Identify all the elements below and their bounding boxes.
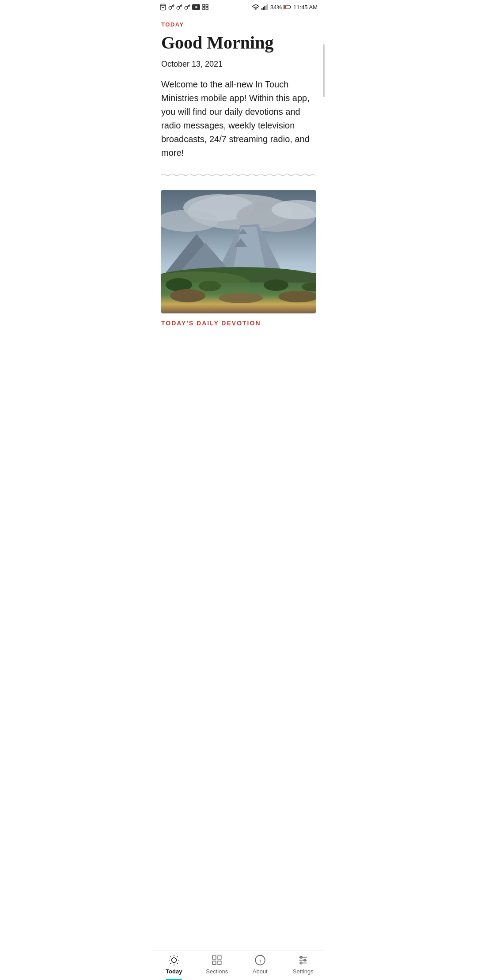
hero-image (161, 190, 316, 313)
svg-point-36 (219, 293, 263, 303)
svg-rect-5 (203, 8, 205, 10)
wavy-divider (161, 170, 316, 179)
key1-icon (168, 4, 174, 10)
svg-point-32 (199, 281, 221, 291)
welcome-text: Welcome to the all-new In Touch Ministri… (161, 78, 316, 160)
svg-rect-8 (261, 8, 262, 10)
svg-rect-9 (263, 7, 264, 10)
bag-icon (159, 4, 167, 11)
status-icons-left (159, 4, 209, 11)
svg-rect-6 (206, 8, 208, 10)
svg-point-7 (255, 10, 256, 10)
wifi-icon (252, 4, 260, 10)
main-content: TODAY Good Morning October 13, 2021 Welc… (152, 12, 325, 313)
svg-rect-10 (264, 6, 265, 10)
grid-icon (202, 4, 209, 11)
battery-percent: 34% (270, 4, 282, 11)
time-display: 11:45 AM (293, 4, 318, 11)
today-label: TODAY (161, 21, 316, 28)
signal-icon (261, 4, 269, 10)
greeting-title: Good Morning (161, 33, 316, 53)
svg-point-33 (264, 279, 288, 291)
youtube-icon (192, 4, 200, 10)
status-bar: 34% 11:45 AM (152, 0, 325, 12)
status-right: 34% 11:45 AM (252, 4, 318, 11)
date-text: October 13, 2021 (161, 60, 316, 69)
svg-point-35 (170, 289, 205, 302)
svg-rect-3 (203, 4, 205, 7)
svg-rect-4 (206, 4, 208, 7)
devotion-label: TODAY'S DAILY DEVOTION (152, 313, 325, 327)
key2-icon (176, 4, 182, 10)
svg-rect-12 (267, 4, 268, 10)
key3-icon (184, 4, 190, 10)
svg-rect-11 (266, 5, 267, 10)
svg-rect-14 (284, 6, 286, 9)
battery-icon (284, 4, 292, 10)
